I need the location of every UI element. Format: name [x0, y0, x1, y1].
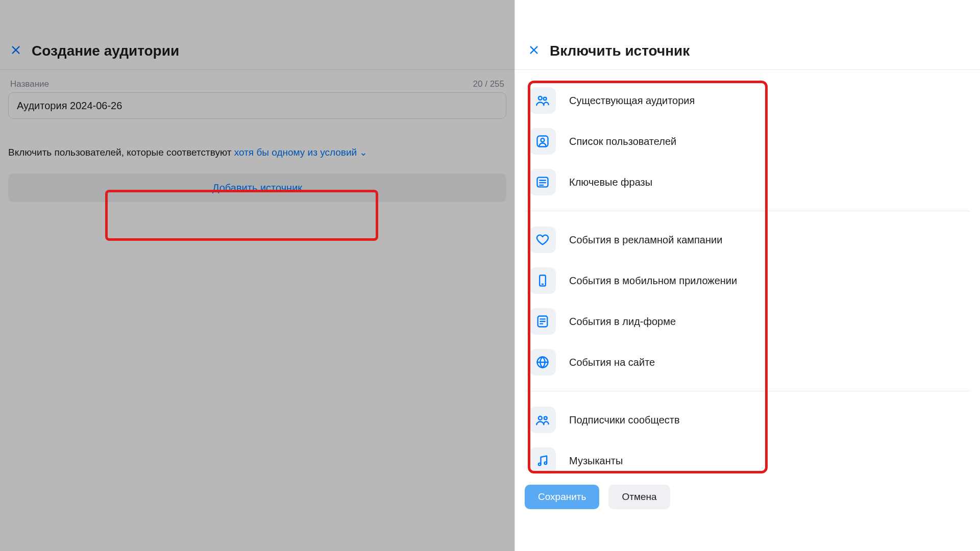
- form-icon: [529, 308, 556, 335]
- svg-point-4: [538, 96, 542, 100]
- source-label: События в рекламной кампании: [569, 234, 722, 246]
- source-label: Подписчики сообществ: [569, 414, 680, 426]
- heart-icon: [529, 227, 556, 253]
- source-label: Ключевые фразы: [569, 177, 652, 188]
- globe-icon: [529, 349, 556, 375]
- source-app-events[interactable]: События в мобильном приложении: [525, 260, 970, 301]
- page-title: Создание аудитории: [32, 43, 179, 59]
- text-icon: [529, 169, 556, 195]
- include-users-text: Включить пользователей, которые соответс…: [8, 146, 506, 158]
- drawer-title: Включить источник: [550, 43, 690, 59]
- source-label: События в мобильном приложении: [569, 275, 737, 287]
- audience-name-input[interactable]: [8, 92, 506, 119]
- svg-point-21: [544, 417, 547, 420]
- source-community-subscribers[interactable]: Подписчики сообществ: [525, 399, 970, 440]
- community-icon: [529, 407, 556, 433]
- source-label: События в лид-форме: [569, 316, 676, 328]
- source-label: Список пользователей: [569, 136, 676, 147]
- source-existing-audience[interactable]: Существующая аудитория: [525, 80, 970, 121]
- source-leadform-events[interactable]: События в лид-форме: [525, 301, 970, 342]
- source-key-phrases[interactable]: Ключевые фразы: [525, 162, 970, 203]
- include-source-drawer: Включить источник Существующая аудитория…: [514, 0, 980, 551]
- music-icon: [529, 447, 556, 474]
- source-label: Музыканты: [569, 455, 623, 467]
- mobile-icon: [529, 267, 556, 294]
- close-icon[interactable]: [528, 44, 540, 58]
- save-button[interactable]: Сохранить: [525, 485, 599, 509]
- chevron-down-icon: ⌄: [359, 147, 368, 158]
- svg-point-23: [545, 462, 547, 464]
- source-label: События на сайте: [569, 357, 655, 368]
- source-user-list[interactable]: Список пользователей: [525, 121, 970, 162]
- source-site-events[interactable]: События на сайте: [525, 342, 970, 383]
- divider: [525, 391, 970, 391]
- name-field-counter: 20 / 255: [473, 79, 504, 89]
- add-source-button[interactable]: Добавить источник: [8, 173, 506, 202]
- close-icon[interactable]: [10, 44, 21, 58]
- svg-point-5: [544, 97, 547, 101]
- svg-point-7: [541, 138, 545, 142]
- name-field-label: Название: [10, 79, 49, 89]
- users-icon: [529, 87, 556, 114]
- svg-point-20: [538, 416, 542, 420]
- source-musicians[interactable]: Музыканты: [525, 440, 970, 481]
- svg-point-22: [538, 463, 541, 466]
- create-audience-panel: Создание аудитории Название 20 / 255 Вкл…: [0, 0, 514, 551]
- include-condition-dropdown[interactable]: хотя бы одному из условий ⌄: [234, 147, 368, 158]
- divider: [525, 211, 970, 211]
- source-campaign-events[interactable]: События в рекламной кампании: [525, 219, 970, 260]
- user-icon: [529, 128, 556, 155]
- cancel-button[interactable]: Отмена: [608, 485, 670, 509]
- source-label: Существующая аудитория: [569, 95, 695, 107]
